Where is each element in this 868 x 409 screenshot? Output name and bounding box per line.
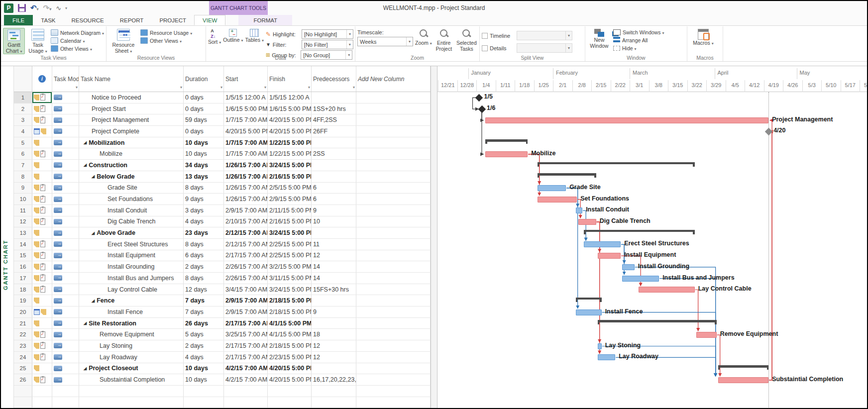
task-name-cell[interactable]: Install Bus and Jumpers [79,273,184,284]
summary-bar[interactable] [485,139,528,142]
start-cell[interactable]: 3/25/15 7:00 AM [224,329,268,340]
task-mode-cell[interactable] [52,227,79,238]
predecessors-cell[interactable] [312,318,356,329]
predecessors-cell[interactable]: 14 [312,261,356,272]
filter-arrow-icon[interactable]: ▾ [76,85,78,90]
predecessors-cell[interactable]: 18 [312,329,356,340]
finish-cell[interactable]: 3/24/15 5:00 PM [268,227,312,238]
add-new-column-cell[interactable] [356,386,431,397]
collapse-caret-icon[interactable]: ◢ [84,366,87,371]
task-name-cell[interactable]: ◢Construction [79,160,184,171]
calendar-button[interactable]: Calendar [51,37,104,44]
finish-cell[interactable] [268,386,312,397]
predecessors-cell[interactable]: 2SS [312,148,356,159]
switch-windows-button[interactable]: Switch Windows [613,29,664,35]
info-cell[interactable] [32,160,52,171]
add-new-column-cell[interactable] [356,239,431,250]
row-number[interactable]: 23 [14,340,32,351]
task-mode-cell[interactable] [52,205,79,216]
info-cell[interactable] [32,148,52,159]
duration-cell[interactable]: 12 days [184,284,224,295]
row-number[interactable] [14,386,32,397]
row-number[interactable]: 8 [14,171,32,182]
predecessors-cell[interactable] [312,227,356,238]
tab-resource[interactable]: RESOURCE [63,15,111,25]
row-number[interactable]: 1 [14,92,32,103]
row-number[interactable]: 13 [14,227,32,238]
task-mode-cell[interactable] [52,386,79,397]
info-cell[interactable] [32,194,52,204]
info-cell[interactable] [32,397,52,408]
duration-cell[interactable]: 9 days [184,194,224,204]
duration-cell[interactable]: 4 days [184,216,224,227]
task-mode-cell[interactable] [52,340,79,351]
task-name-cell[interactable]: Project Complete [79,126,184,137]
predecessors-cell[interactable] [312,160,356,171]
add-new-column-cell[interactable] [356,340,431,351]
task-name-cell[interactable]: ◢Below Grade [79,171,184,182]
task-mode-cell[interactable] [52,183,79,194]
task-name-cell[interactable]: Install Fence [79,307,184,317]
noncritical-task-bar[interactable] [622,276,659,282]
start-cell[interactable]: 2/9/15 7:00 AM [224,307,268,317]
duration-cell[interactable]: 0 days [184,103,224,114]
start-cell[interactable]: 1/7/15 7:00 AM [224,114,268,125]
task-name-cell[interactable]: Lay Stoning [79,340,184,351]
info-cell[interactable] [32,205,52,216]
tab-task[interactable]: TASK [33,15,63,25]
duration-cell[interactable]: 0 days [184,126,224,137]
task-name-cell[interactable]: Grade Site [79,183,184,194]
task-name-cell[interactable]: Install Conduit [79,205,184,216]
start-cell[interactable]: 1/26/15 7:00 AM [224,171,268,182]
task-mode-cell[interactable] [52,160,79,171]
summary-bar[interactable] [576,298,602,300]
add-new-column-cell[interactable] [356,148,431,159]
start-cell[interactable]: 1/7/15 7:00 AM [224,148,268,159]
row-number[interactable]: 6 [14,148,32,159]
tab-view[interactable]: VIEW [194,15,225,25]
row-number[interactable]: 26 [14,374,32,385]
info-cell[interactable] [32,126,52,137]
new-window-button[interactable]: New Window [587,28,611,54]
task-mode-cell[interactable] [52,137,79,148]
start-cell[interactable]: 1/7/15 7:00 AM [224,137,268,148]
predecessors-cell[interactable] [312,397,356,408]
hide-button[interactable]: Hide [613,45,664,51]
task-mode-cell[interactable] [52,114,79,125]
filter-arrow-icon[interactable]: ▾ [180,85,182,90]
task-name-cell[interactable]: ◢Fence [79,295,184,306]
column-header-finish[interactable]: Finish▾ [268,66,312,92]
start-cell[interactable]: 1/26/15 7:00 AM [224,160,268,171]
duration-cell[interactable]: 2 days [184,340,224,351]
add-new-column-cell[interactable] [356,194,431,204]
task-mode-cell[interactable] [52,295,79,306]
select-all-corner[interactable] [14,66,32,92]
start-cell[interactable]: 2/9/15 7:00 AM [224,205,268,216]
predecessors-cell[interactable]: 15FS+30 hrs [312,284,356,295]
task-mode-cell[interactable] [52,126,79,137]
summary-bar[interactable] [538,173,596,176]
predecessors-cell[interactable]: 9 [312,307,356,317]
add-new-column-cell[interactable] [356,250,431,261]
info-cell[interactable] [32,227,52,238]
start-cell[interactable]: 4/2/15 7:00 AM [224,374,268,385]
add-new-column-cell[interactable] [356,273,431,284]
finish-cell[interactable]: 2/18/15 5:00 PM [268,307,312,317]
row-number[interactable]: 15 [14,250,32,261]
row-number[interactable]: 20 [14,307,32,317]
start-cell[interactable]: 2/9/15 7:00 AM [224,295,268,306]
duration-cell[interactable]: 7 days [184,295,224,306]
info-cell[interactable] [32,261,52,272]
add-new-column-cell[interactable] [356,183,431,194]
finish-cell[interactable]: 4/20/15 5:00 PM [268,126,312,137]
duration-cell[interactable]: 2 days [184,261,224,272]
start-cell[interactable]: 1/6/15 5:00 PM [224,103,268,114]
other-views-resource-button[interactable]: Other Views [140,37,192,44]
task-mode-cell[interactable] [52,284,79,295]
finish-cell[interactable]: 3/2/15 5:00 PM [268,261,312,272]
row-number[interactable]: 4 [14,126,32,137]
row-number[interactable]: 10 [14,194,32,204]
filter-arrow-icon[interactable]: ▾ [220,85,222,90]
finish-cell[interactable]: 2/18/15 5:00 PM [268,340,312,351]
row-number[interactable]: 12 [14,216,32,227]
